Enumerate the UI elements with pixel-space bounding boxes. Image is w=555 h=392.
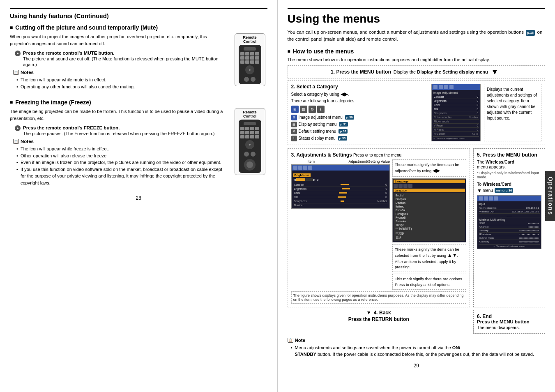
screen-row: H/V zoomX0 % — [433, 132, 479, 136]
freeze-note-1: Other operation will also release the fr… — [16, 152, 227, 159]
remote-btn — [250, 56, 254, 60]
menu-ref-1: p.31 — [339, 122, 348, 127]
language-dropdown: Language Language English — [392, 178, 466, 242]
remote-btn — [240, 127, 244, 130]
remote-btn — [250, 60, 254, 64]
remote-round-3 — [244, 152, 249, 157]
wl-row: Gatewayxxxxxxxxxxxxxxxx — [479, 240, 540, 243]
wl-row: Connection info192.168.0.1 — [479, 206, 540, 210]
screenshot-body: Image Adjustment Contrast0 Brightness0 C… — [432, 90, 480, 141]
operations-tab: Operations — [545, 171, 555, 221]
menu-ref-2: p.32 — [339, 129, 348, 134]
step2-label: 2. Select a Category — [291, 84, 428, 90]
adj-row: SharpnessNumber — [293, 199, 388, 203]
cat-icon-2: ▦ — [300, 106, 307, 113]
how-to-title: How to use the menus — [288, 48, 546, 55]
freeze-intro: The image being projected can be made to… — [10, 108, 227, 122]
screen-row: Brightness0 — [433, 99, 479, 103]
cat-icon-1: ⊞ — [291, 106, 299, 113]
brightness-tab: Brightness — [293, 173, 311, 177]
language-dropdown-bg: Language Language English — [393, 179, 466, 242]
remote-btns-1 — [240, 52, 259, 64]
freeze-heading: Freezing the image (Freeze) — [10, 99, 267, 106]
step3-step5-row: 3. Adjustments & Settings Press ⊙ to ope… — [288, 148, 546, 307]
intro-ref: p.16 — [526, 30, 535, 36]
menu-icon-3: ℹ — [291, 136, 297, 141]
mute-intro: When you want to project the images of a… — [10, 33, 227, 47]
lang-item-deutsch: Deutsch — [394, 201, 464, 205]
remote-round-1 — [244, 77, 249, 82]
mute-remote-control: Remote Control — [235, 33, 267, 89]
wireless-section-title: Input — [479, 203, 540, 205]
mute-press-detail: The picture and sound are cut off. (The … — [23, 56, 219, 67]
wl-row: IP addressxxxxxxxxxxxxxxxx — [479, 233, 540, 236]
freeze-note-0: The icon will appear while freeze is in … — [16, 145, 227, 152]
lang-list: English Français Deutsch Italiano Españo… — [394, 193, 465, 241]
remote-btn — [255, 56, 259, 60]
brightness-screen-header — [292, 165, 390, 171]
lang-item-francais: Français — [394, 197, 464, 201]
category-menu-list: ⊞ Image adjustment menu p.30 ▦ Display s… — [291, 115, 428, 141]
menu-ref-0: p.30 — [345, 115, 354, 120]
freeze-notes-label: Notes — [21, 139, 34, 144]
step5-box: 5. Press the MENU button The Wireless/Ca… — [473, 148, 545, 307]
freeze-press-detail: The picture pauses. (The Freeze function… — [23, 131, 215, 136]
remote-btns-2 — [240, 127, 259, 138]
adj-row: Tint0 — [293, 195, 388, 199]
callout3-box: This mark signify that there are options… — [392, 274, 466, 290]
screen-icon-4 — [449, 85, 454, 89]
step3-footer-text: The figure shows displays given for oper… — [291, 291, 467, 304]
note-item-0: Menu adjustments and settings are saved … — [291, 344, 546, 358]
note-icon: 📋 — [288, 338, 293, 343]
remote-top-2 — [244, 122, 256, 125]
remote-btn — [255, 127, 259, 130]
wireless-header — [477, 196, 541, 201]
wl-icon — [494, 196, 498, 201]
lang-item-english: English — [394, 194, 464, 197]
left-page-number: 28 — [10, 195, 267, 201]
wl-footer: → To move adjustment menu — [479, 244, 540, 247]
freeze-press-button: ● Press the remote control's FREEZE butt… — [15, 125, 227, 136]
remote-btn — [245, 56, 249, 60]
value-label: Adjustment/Setting Value — [349, 159, 390, 164]
step6-description: Press the MENU button — [477, 319, 541, 324]
remote-btn — [255, 52, 259, 55]
wireless-screenshot: Input Connection info192.168.0.1 Wireles… — [477, 195, 541, 249]
step5-title: 5. Press the MENU button — [477, 152, 541, 158]
step4-area: ▼ 4. Back Press the RETURN button — [288, 310, 470, 322]
remote-btn — [255, 135, 259, 138]
brightness-fill — [296, 178, 305, 181]
item-label: Item — [308, 159, 315, 164]
step2-screenshot: Image Adjustment Contrast0 Brightness0 C… — [431, 84, 481, 141]
freeze-remote-label: Remote Control — [237, 110, 263, 118]
menu-icon-1: ▦ — [291, 122, 297, 127]
left-page: Using handy features (Continued) Cutting… — [0, 0, 278, 392]
section-freeze: Freezing the image (Freeze) The image be… — [10, 99, 267, 189]
note-list: Menu adjustments and settings are saved … — [288, 344, 546, 358]
freeze-notes-icon: 📋 — [13, 139, 19, 144]
freeze-note-3: If you use this function on video softwa… — [16, 166, 227, 187]
lang-item-svenska: Svenska — [394, 219, 464, 223]
step3-screenshot-area: Item Adjustment/Setting Value — [291, 159, 390, 290]
screen-icon-2 — [439, 85, 443, 89]
wl-row: SSIDxxxxxxxxx — [479, 221, 540, 225]
screen-row: Contrast0 — [433, 95, 479, 99]
remote-btn — [245, 135, 249, 138]
screen-icon-1 — [433, 85, 438, 89]
lang-item-portugues: Português — [394, 212, 464, 216]
lang-item-pyccknm: Русский — [394, 216, 464, 219]
brightness-value: 0 — [317, 178, 319, 181]
freeze-press-icon: ● — [15, 125, 21, 131]
remote-btn — [240, 135, 244, 138]
lang-icon — [398, 184, 403, 188]
step6-box: 6. End Press the MENU button The menu di… — [473, 310, 545, 334]
left-page-title: Using handy features (Continued) — [10, 12, 267, 19]
wl-icon — [479, 196, 483, 201]
mute-heading: Cutting off the picture and sound tempor… — [10, 24, 267, 31]
step4-description: Press the RETURN button — [288, 316, 470, 322]
mute-note-0: The icon will appear while mute is in ef… — [16, 76, 227, 83]
lang-item-espanol: Español — [394, 208, 464, 212]
adj-row: Number — [293, 203, 388, 207]
screen-row: V-Reset0 — [433, 124, 479, 128]
step5-ref: menu p.36 — [495, 188, 514, 193]
